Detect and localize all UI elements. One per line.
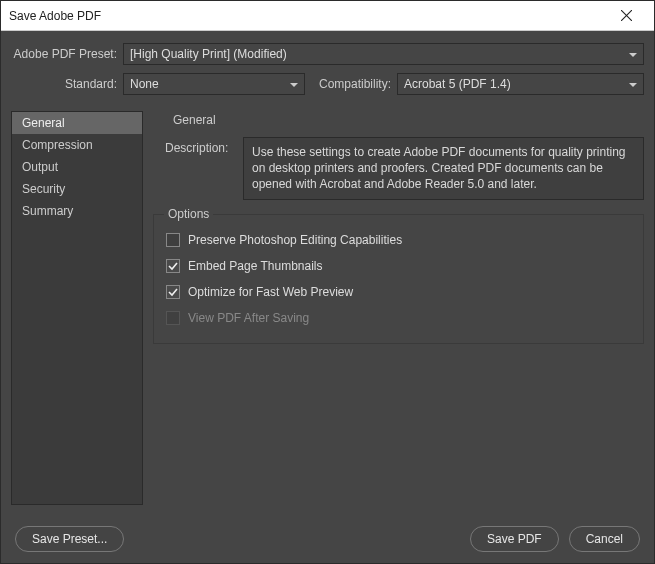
sidebar-item-general[interactable]: General [12, 112, 142, 134]
chevron-down-icon [290, 77, 298, 91]
sidebar-item-summary[interactable]: Summary [12, 200, 142, 222]
checkbox-fast-web[interactable] [166, 285, 180, 299]
category-sidebar: General Compression Output Security Summ… [11, 111, 143, 505]
description-row: Description: Use these settings to creat… [153, 137, 644, 214]
compatibility-label: Compatibility: [309, 77, 397, 91]
titlebar: Save Adobe PDF [1, 1, 654, 31]
dialog-footer: Save Preset... Save PDF Cancel [1, 515, 654, 563]
middle-area: General Compression Output Security Summ… [1, 111, 654, 515]
checkbox-label: View PDF After Saving [188, 311, 309, 325]
standard-select[interactable]: None [123, 73, 305, 95]
cancel-button[interactable]: Cancel [569, 526, 640, 552]
preset-row: Adobe PDF Preset: [High Quality Print] (… [11, 43, 644, 65]
top-controls: Adobe PDF Preset: [High Quality Print] (… [1, 31, 654, 111]
checkbox-embed-thumbnails[interactable] [166, 259, 180, 273]
chevron-down-icon [629, 77, 637, 91]
save-adobe-pdf-dialog: Save Adobe PDF Adobe PDF Preset: [High Q… [0, 0, 655, 564]
window-title: Save Adobe PDF [9, 9, 606, 23]
save-pdf-button[interactable]: Save PDF [470, 526, 559, 552]
chevron-down-icon [629, 47, 637, 61]
dialog-body: Adobe PDF Preset: [High Quality Print] (… [1, 31, 654, 563]
sidebar-item-security[interactable]: Security [12, 178, 142, 200]
description-textarea[interactable]: Use these settings to create Adobe PDF d… [243, 137, 644, 200]
close-icon [621, 10, 632, 21]
compatibility-select[interactable]: Acrobat 5 (PDF 1.4) [397, 73, 644, 95]
checkbox-label: Preserve Photoshop Editing Capabilities [188, 233, 402, 247]
standard-compat-row: Standard: None Compatibility: Acrobat 5 … [11, 73, 644, 95]
preset-label: Adobe PDF Preset: [11, 47, 123, 61]
preset-value: [High Quality Print] (Modified) [130, 47, 287, 61]
options-legend: Options [164, 207, 213, 221]
option-embed-thumbnails: Embed Page Thumbnails [166, 253, 631, 279]
close-button[interactable] [606, 1, 646, 30]
option-preserve-editing: Preserve Photoshop Editing Capabilities [166, 227, 631, 253]
description-label: Description: [165, 137, 237, 155]
option-view-after-saving: View PDF After Saving [166, 305, 631, 331]
sidebar-item-output[interactable]: Output [12, 156, 142, 178]
general-panel: General Description: Use these settings … [153, 111, 644, 505]
compatibility-value: Acrobat 5 (PDF 1.4) [404, 77, 511, 91]
standard-label: Standard: [11, 77, 123, 91]
checkbox-label: Optimize for Fast Web Preview [188, 285, 353, 299]
save-preset-button[interactable]: Save Preset... [15, 526, 124, 552]
sidebar-item-compression[interactable]: Compression [12, 134, 142, 156]
checkbox-view-after-saving [166, 311, 180, 325]
checkbox-preserve-editing[interactable] [166, 233, 180, 247]
preset-select[interactable]: [High Quality Print] (Modified) [123, 43, 644, 65]
options-group: Options Preserve Photoshop Editing Capab… [153, 214, 644, 344]
checkbox-label: Embed Page Thumbnails [188, 259, 323, 273]
option-fast-web: Optimize for Fast Web Preview [166, 279, 631, 305]
standard-value: None [130, 77, 159, 91]
panel-heading: General [153, 111, 644, 137]
